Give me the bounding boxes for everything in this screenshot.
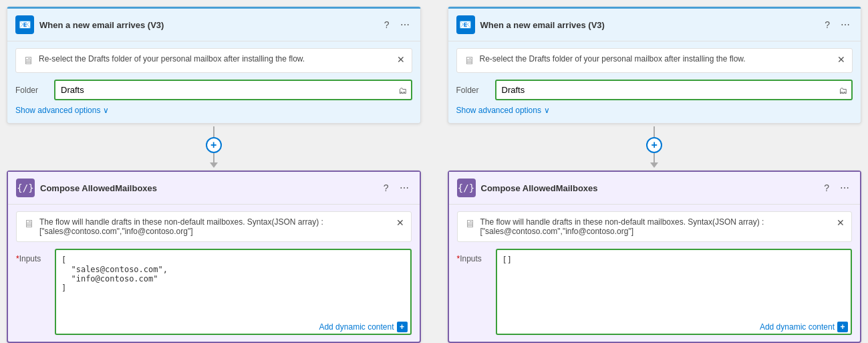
trigger-info-close-btn-1[interactable]: ✕	[837, 54, 845, 65]
inputs-label-0: *Inputs	[16, 249, 49, 263]
add-step-btn-1[interactable]: +	[646, 137, 662, 153]
action-info-text-1: The flow will handle drafts in these non…	[480, 217, 764, 227]
dynamic-content-label-0: Add dynamic content	[319, 322, 394, 332]
inputs-textarea-1[interactable]: []	[497, 250, 851, 317]
inputs-textarea-wrap-0[interactable]: [ "sales@contoso.com", "info@contoso.com…	[55, 249, 412, 335]
trigger-more-btn-1[interactable]: ⋯	[838, 18, 853, 31]
action-info-text-wrap-0: The flow will handle drafts in these non…	[39, 217, 323, 236]
dynamic-plus-icon-0: +	[397, 322, 408, 332]
inputs-textarea-wrap-1[interactable]: [] Add dynamic content +	[496, 249, 853, 335]
connector-line-top-1	[654, 126, 655, 137]
canvas: 📧 When a new email arrives (V3) ? ⋯ 🖥 Re…	[7, 7, 861, 343]
folder-input-wrap-0[interactable]: 🗂	[54, 80, 412, 100]
dynamic-plus-icon-1: +	[837, 322, 848, 332]
show-advanced-label-1: Show advanced options	[456, 106, 541, 115]
folder-label-0: Folder	[15, 86, 49, 95]
folder-input-0[interactable]	[55, 81, 411, 99]
trigger-help-btn-1[interactable]: ?	[822, 18, 833, 31]
dynamic-content-link-1[interactable]: Add dynamic content +	[497, 319, 851, 334]
info-icon-0: 🖥	[23, 55, 33, 67]
info-icon-1: 🖥	[464, 55, 474, 67]
inputs-row-0: *Inputs [ "sales@contoso.com", "info@con…	[16, 249, 412, 335]
action-title-1: Compose AllowedMailboxes	[481, 183, 817, 193]
folder-row-0: Folder 🗂	[15, 80, 412, 100]
trigger-info-text-1: Re-select the Drafts folder of your pers…	[480, 54, 746, 64]
trigger-card-1: 📧 When a new email arrives (V3) ? ⋯ 🖥 Re…	[448, 7, 862, 124]
action-more-btn-1[interactable]: ⋯	[837, 181, 852, 195]
trigger-body-1: 🖥 Re-select the Drafts folder of your pe…	[448, 41, 861, 123]
connector-arrow-0	[210, 162, 218, 168]
action-info-text-wrap-1: The flow will handle drafts in these non…	[480, 217, 764, 236]
trigger-actions-0: ? ⋯	[382, 18, 412, 31]
action-actions-1: ? ⋯	[821, 181, 852, 195]
trigger-body-0: 🖥 Re-select the Drafts folder of your pe…	[7, 41, 420, 123]
show-advanced-chevron-0: ∨	[103, 106, 109, 115]
inputs-row-1: *Inputs [] Add dynamic content +	[457, 249, 853, 335]
connector-arrow-1	[650, 162, 658, 168]
action-info-text2-0: ["sales@contoso.com","info@contoso.org"]	[39, 227, 323, 236]
action-body-0: 🖥 The flow will handle drafts in these n…	[8, 204, 420, 342]
action-header-1: {/} Compose AllowedMailboxes ? ⋯	[449, 172, 861, 204]
trigger-icon-0: 📧	[15, 15, 34, 34]
flow-column-1: 📧 When a new email arrives (V3) ? ⋯ 🖥 Re…	[448, 7, 862, 343]
action-info-icon-1: 🖥	[464, 218, 475, 230]
folder-input-icon-0: 🗂	[398, 85, 407, 95]
folder-row-1: Folder 🗂	[456, 80, 853, 100]
trigger-header-0: 📧 When a new email arrives (V3) ? ⋯	[7, 9, 420, 41]
action-title-0: Compose AllowedMailboxes	[40, 183, 376, 193]
action-help-btn-1[interactable]: ?	[821, 181, 832, 195]
action-info-text-0: The flow will handle drafts in these non…	[39, 217, 323, 227]
trigger-title-0: When a new email arrives (V3)	[39, 20, 376, 30]
trigger-actions-1: ? ⋯	[822, 18, 853, 31]
action-info-close-btn-0[interactable]: ✕	[396, 217, 404, 228]
trigger-card-0: 📧 When a new email arrives (V3) ? ⋯ 🖥 Re…	[7, 7, 421, 124]
folder-input-icon-1: 🗂	[839, 85, 847, 95]
trigger-title-1: When a new email arrives (V3)	[480, 20, 817, 30]
action-icon-1: {/}	[457, 179, 476, 197]
inputs-req-1: *	[457, 254, 460, 263]
trigger-info-text-0: Re-select the Drafts folder of your pers…	[39, 54, 305, 64]
action-card-0: {/} Compose AllowedMailboxes ? ⋯ 🖥 The f…	[7, 170, 421, 343]
trigger-more-btn-0[interactable]: ⋯	[398, 18, 412, 31]
folder-input-1[interactable]	[496, 81, 852, 99]
action-help-btn-0[interactable]: ?	[381, 181, 392, 195]
trigger-info-close-btn-0[interactable]: ✕	[397, 54, 405, 65]
folder-input-wrap-1[interactable]: 🗂	[495, 80, 853, 100]
action-header-0: {/} Compose AllowedMailboxes ? ⋯	[8, 172, 420, 204]
action-actions-0: ? ⋯	[381, 181, 412, 195]
trigger-info-banner-0: 🖥 Re-select the Drafts folder of your pe…	[15, 48, 412, 73]
connector-1-1: +	[646, 126, 662, 168]
show-advanced-btn-1[interactable]: Show advanced options ∨	[456, 104, 550, 116]
inputs-label-1: *Inputs	[457, 249, 490, 263]
show-advanced-btn-0[interactable]: Show advanced options ∨	[15, 104, 109, 116]
action-info-banner-0: 🖥 The flow will handle drafts in these n…	[16, 211, 412, 242]
action-info-text2-1: ["sales@contoso.com","info@contoso.org"]	[480, 227, 764, 236]
action-card-1: {/} Compose AllowedMailboxes ? ⋯ 🖥 The f…	[448, 170, 862, 343]
action-info-close-btn-1[interactable]: ✕	[837, 217, 845, 228]
show-advanced-chevron-1: ∨	[544, 106, 550, 115]
action-icon-0: {/}	[16, 179, 35, 197]
show-advanced-label-0: Show advanced options	[15, 106, 100, 115]
action-info-icon-0: 🖥	[23, 218, 34, 230]
trigger-info-banner-1: 🖥 Re-select the Drafts folder of your pe…	[456, 48, 853, 73]
trigger-help-btn-0[interactable]: ?	[382, 18, 392, 31]
inputs-textarea-0[interactable]: [ "sales@contoso.com", "info@contoso.com…	[56, 250, 410, 317]
action-body-1: 🖥 The flow will handle drafts in these n…	[449, 204, 861, 342]
connector-line-top-0	[213, 126, 214, 137]
folder-label-1: Folder	[456, 86, 490, 95]
trigger-icon-1: 📧	[456, 15, 475, 34]
connector-1-0: +	[206, 126, 222, 168]
inputs-req-0: *	[16, 254, 19, 263]
add-step-btn-0[interactable]: +	[206, 137, 222, 153]
action-info-banner-1: 🖥 The flow will handle drafts in these n…	[457, 211, 853, 242]
trigger-header-1: 📧 When a new email arrives (V3) ? ⋯	[448, 9, 861, 41]
flow-column-0: 📧 When a new email arrives (V3) ? ⋯ 🖥 Re…	[7, 7, 421, 343]
dynamic-content-link-0[interactable]: Add dynamic content +	[56, 319, 410, 334]
action-more-btn-0[interactable]: ⋯	[397, 181, 412, 195]
dynamic-content-label-1: Add dynamic content	[760, 322, 835, 332]
